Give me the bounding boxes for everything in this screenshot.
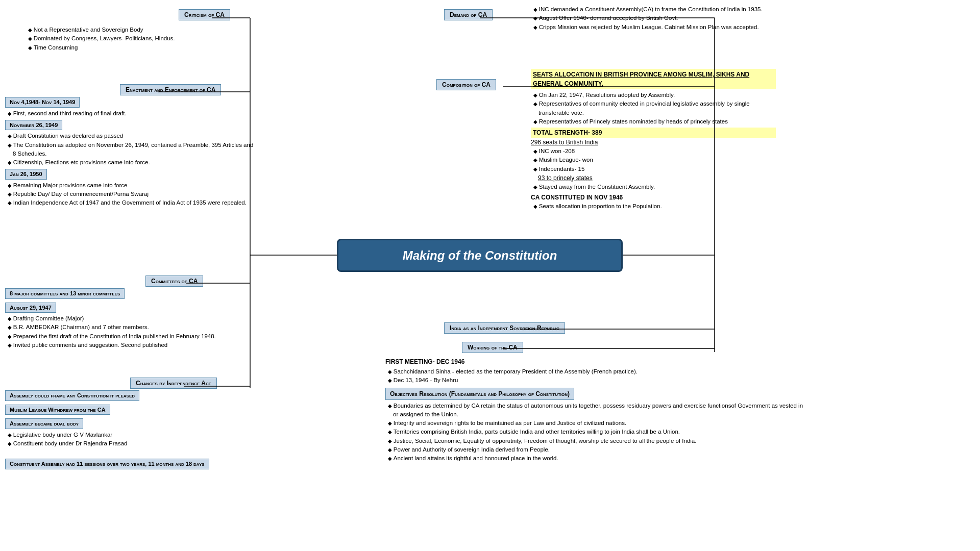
mind-map: Making of the Constitution Criticism of …: [0, 0, 980, 551]
central-title: Making of the Constitution: [403, 248, 557, 263]
connector-lines: [0, 0, 980, 551]
central-node: Making of the Constitution: [337, 239, 623, 272]
